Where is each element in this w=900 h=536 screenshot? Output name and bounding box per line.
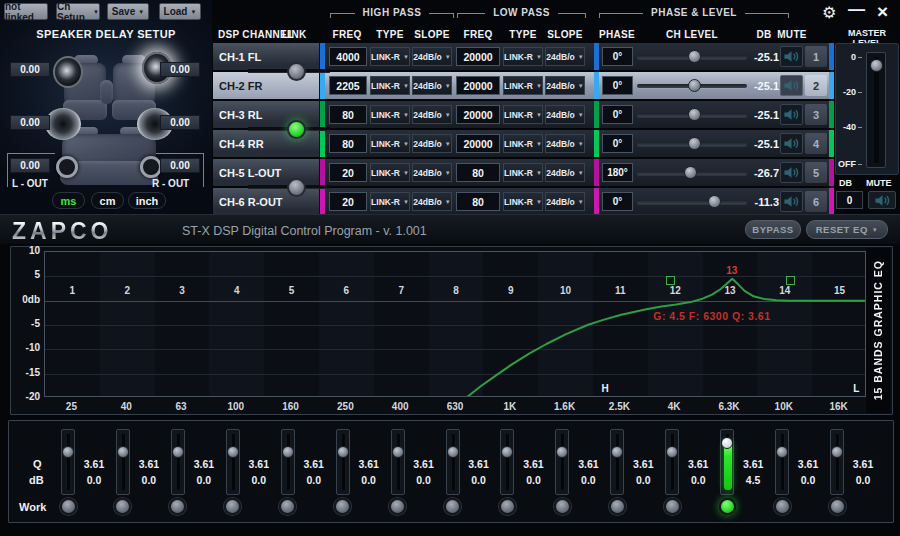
band-slider-knob[interactable] — [117, 446, 129, 458]
band-gain-slider[interactable] — [336, 429, 350, 495]
delay-value-front-left[interactable]: 0.00 — [10, 62, 50, 77]
reset-eq-button[interactable]: RESET EQ▼ — [806, 220, 888, 239]
lp-freq-input[interactable]: 20000 — [456, 76, 500, 95]
band-gain-slider[interactable] — [665, 429, 679, 495]
hp-freq-input[interactable]: 4000 — [329, 47, 367, 66]
band-gain-slider[interactable] — [720, 429, 734, 495]
channel-row-4[interactable]: CH-4 RR80LINK-R▼24dB/o▼20000LINK-R▼24dB/… — [213, 130, 834, 157]
lp-freq-input[interactable]: 20000 — [456, 105, 500, 124]
band-work-button[interactable] — [609, 498, 626, 515]
lp-type-dropdown[interactable]: LINK-R▼ — [503, 105, 543, 124]
lp-type-dropdown[interactable]: LINK-R▼ — [503, 192, 543, 211]
lowpass-marker[interactable]: L — [853, 383, 859, 394]
link-knob-3[interactable] — [287, 178, 306, 197]
band-gain-slider[interactable] — [830, 429, 844, 495]
band-slider-knob[interactable] — [447, 446, 459, 458]
band-slider-knob[interactable] — [831, 446, 843, 458]
mute-button[interactable] — [780, 75, 803, 96]
band-gain-slider[interactable] — [775, 429, 789, 495]
link-knob-1[interactable] — [287, 62, 306, 81]
band-work-button[interactable] — [554, 498, 571, 515]
hp-freq-input[interactable]: 80 — [329, 105, 367, 124]
band-gain-slider[interactable] — [610, 429, 624, 495]
ch-level-knob[interactable] — [688, 108, 701, 121]
highpass-marker[interactable]: H — [602, 383, 609, 394]
band-gain-slider[interactable] — [446, 429, 460, 495]
phase-value[interactable]: 0° — [602, 105, 633, 124]
hp-freq-input[interactable]: 20 — [329, 192, 367, 211]
ch-level-knob[interactable] — [688, 79, 701, 92]
band-slider-knob[interactable] — [392, 446, 404, 458]
ch-level-knob[interactable] — [684, 166, 697, 179]
band-slider-knob[interactable] — [172, 446, 184, 458]
channel-number-badge[interactable]: 5 — [805, 162, 827, 183]
mute-button[interactable] — [780, 133, 803, 154]
band-gain-slider[interactable] — [281, 429, 295, 495]
minimize-icon[interactable]: — — [848, 0, 865, 20]
ch-level-knob[interactable] — [688, 137, 701, 150]
lp-slope-dropdown[interactable]: 24dB/o▼ — [545, 163, 585, 182]
band-slider-knob[interactable] — [282, 446, 294, 458]
channel-row-5[interactable]: CH-5 L-OUT20LINK-R▼24dB/o▼80LINK-R▼24dB/… — [213, 159, 834, 186]
channel-number-badge[interactable]: 2 — [805, 75, 827, 96]
ch-level-slider[interactable] — [637, 188, 747, 215]
band-work-button[interactable] — [664, 498, 681, 515]
hp-freq-input[interactable]: 20 — [329, 163, 367, 182]
channel-row-6[interactable]: CH-6 R-OUT20LINK-R▼24dB/o▼80LINK-R▼24dB/… — [213, 188, 834, 215]
delay-value-r-out[interactable]: 0.00 — [160, 158, 200, 173]
lp-freq-input[interactable]: 20000 — [456, 47, 500, 66]
band-work-button[interactable] — [829, 498, 846, 515]
band-gain-slider[interactable] — [555, 429, 569, 495]
phase-value[interactable]: 0° — [602, 192, 633, 211]
band-slider-knob[interactable] — [337, 446, 349, 458]
hp-type-dropdown[interactable]: LINK-R▼ — [370, 76, 410, 95]
link-knob-2[interactable] — [287, 120, 306, 139]
lp-type-dropdown[interactable]: LINK-R▼ — [503, 163, 543, 182]
phase-value[interactable]: 180° — [602, 163, 633, 182]
hp-slope-dropdown[interactable]: 24dB/o▼ — [412, 134, 452, 153]
delay-value-l-out[interactable]: 0.00 — [10, 158, 50, 173]
band-gain-slider[interactable] — [226, 429, 240, 495]
channel-row-1[interactable]: CH-1 FL4000LINK-R▼24dB/o▼20000LINK-R▼24d… — [213, 43, 834, 70]
ch-level-slider[interactable] — [637, 101, 747, 128]
master-mute-button[interactable] — [868, 191, 896, 209]
band-slider-knob[interactable] — [556, 446, 568, 458]
channel-number-badge[interactable]: 4 — [805, 133, 827, 154]
lp-type-dropdown[interactable]: LINK-R▼ — [503, 76, 543, 95]
save-button[interactable]: Save▼ — [107, 3, 149, 20]
band-work-button[interactable] — [719, 498, 736, 515]
band-slider-knob[interactable] — [611, 446, 623, 458]
lp-type-dropdown[interactable]: LINK-R▼ — [503, 47, 543, 66]
tweeter-front-left-icon[interactable] — [53, 56, 83, 88]
band-work-button[interactable] — [444, 498, 461, 515]
ch-level-slider[interactable] — [637, 43, 747, 70]
hp-slope-dropdown[interactable]: 24dB/o▼ — [412, 163, 452, 182]
eq-neighbor-handle[interactable] — [666, 276, 675, 285]
settings-gear-icon[interactable]: ⚙ — [822, 3, 836, 22]
hp-freq-input[interactable]: 80 — [329, 134, 367, 153]
band-work-button[interactable] — [60, 498, 77, 515]
band-work-button[interactable] — [389, 498, 406, 515]
hp-freq-input[interactable]: 2205 — [329, 76, 367, 95]
lp-freq-input[interactable]: 80 — [456, 192, 500, 211]
hp-type-dropdown[interactable]: LINK-R▼ — [370, 163, 410, 182]
band-work-button[interactable] — [334, 498, 351, 515]
unit-ms-button[interactable]: ms — [52, 192, 85, 209]
sub-left-knob[interactable] — [56, 156, 78, 178]
master-level-slider[interactable] — [866, 52, 886, 168]
channel-number-badge[interactable]: 1 — [805, 46, 827, 67]
master-db-value[interactable]: 0 — [836, 191, 863, 209]
delay-value-front-right[interactable]: 0.00 — [160, 62, 200, 77]
mute-button[interactable] — [780, 46, 803, 67]
delay-value-rear-right[interactable]: 0.00 — [160, 115, 200, 130]
channel-row-3[interactable]: CH-3 RL80LINK-R▼24dB/o▼20000LINK-R▼24dB/… — [213, 101, 834, 128]
band-gain-slider[interactable] — [500, 429, 514, 495]
hp-type-dropdown[interactable]: LINK-R▼ — [370, 192, 410, 211]
band-slider-knob[interactable] — [227, 446, 239, 458]
band-gain-slider[interactable] — [116, 429, 130, 495]
band-work-button[interactable] — [774, 498, 791, 515]
master-slider-knob[interactable] — [870, 59, 883, 72]
band-work-button[interactable] — [224, 498, 241, 515]
band-gain-slider[interactable] — [61, 429, 75, 495]
hp-type-dropdown[interactable]: LINK-R▼ — [370, 134, 410, 153]
